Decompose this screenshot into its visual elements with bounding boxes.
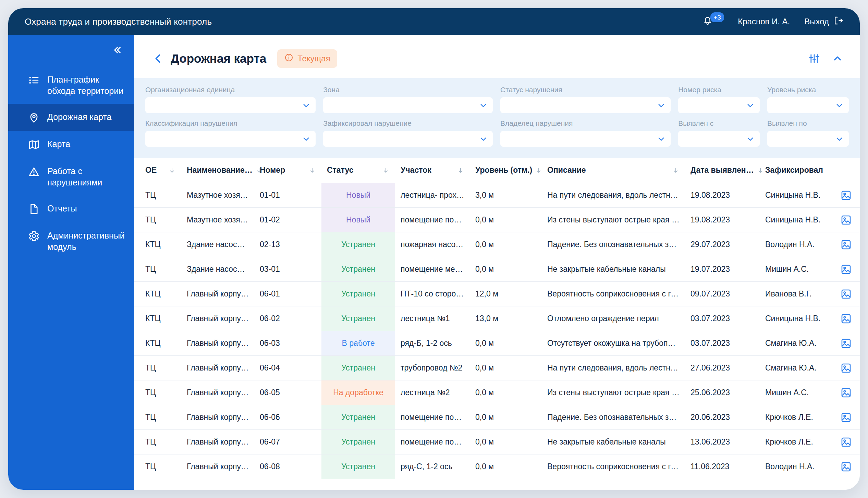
sort-arrow-icon[interactable] bbox=[308, 167, 316, 174]
cell-description: Из стены выступают острые края армат… bbox=[542, 380, 685, 405]
column-header[interactable]: Номер bbox=[254, 158, 321, 183]
sidebar-item-document[interactable]: Отчеты bbox=[8, 195, 134, 222]
photo-icon[interactable] bbox=[840, 412, 852, 423]
column-header[interactable]: Описание bbox=[542, 158, 685, 183]
photo-icon[interactable] bbox=[840, 461, 852, 473]
column-header[interactable]: Дата выявлен… bbox=[685, 158, 760, 183]
cell-number: 06-01 bbox=[254, 282, 321, 306]
sidebar-item-map[interactable]: Карта bbox=[8, 131, 134, 158]
column-header[interactable]: ОЕ bbox=[134, 158, 181, 183]
filter-select[interactable] bbox=[767, 131, 849, 147]
filter-select[interactable] bbox=[323, 131, 493, 147]
table-row[interactable]: ТЦМазутное хозяйст…01-02Новыйпомещение п… bbox=[134, 208, 860, 232]
column-header-label: Описание bbox=[547, 166, 586, 175]
app-title: Охрана труда и производственный контроль bbox=[25, 16, 212, 27]
filter-select[interactable] bbox=[323, 97, 493, 113]
filter-settings-icon[interactable] bbox=[808, 53, 820, 64]
sort-arrow-icon[interactable] bbox=[672, 167, 680, 174]
sort-arrow-icon[interactable] bbox=[535, 167, 542, 174]
sort-arrow-icon[interactable] bbox=[457, 167, 464, 174]
table-row[interactable]: КТЦГлавный корпус, б…06-03В работеряд-Б,… bbox=[134, 331, 860, 356]
photo-icon[interactable] bbox=[840, 264, 852, 275]
cell-area: помещение поноо… bbox=[395, 430, 470, 454]
user-name[interactable]: Краснов И. А. bbox=[738, 17, 790, 26]
logout-button[interactable]: Выход bbox=[804, 15, 843, 28]
table-row[interactable]: КТЦГлавный корпус, б…06-02Устраненлестни… bbox=[134, 306, 860, 331]
collapse-filters-chevron-up-icon[interactable] bbox=[832, 53, 843, 64]
cell-date: 03.07.2023 bbox=[685, 306, 760, 331]
sort-arrow-icon[interactable] bbox=[382, 167, 390, 174]
cell-area: пожарная насосн… bbox=[395, 232, 470, 257]
sort-arrow-icon[interactable] bbox=[757, 167, 764, 174]
status-badge: Устранен bbox=[321, 232, 395, 257]
page-header: Дорожная карта Текущая bbox=[134, 35, 860, 78]
photo-icon[interactable] bbox=[840, 190, 852, 201]
filter-select[interactable] bbox=[145, 131, 316, 147]
cell-area: ряд-Б, 1-2 ось bbox=[395, 331, 470, 356]
column-header[interactable]: Наименование… bbox=[181, 158, 254, 183]
cell-recorded-by: Иванова В.Г. bbox=[760, 282, 832, 306]
filter-select[interactable] bbox=[767, 97, 849, 113]
column-header[interactable]: Уровень (отм.) bbox=[470, 158, 542, 183]
photo-icon[interactable] bbox=[840, 313, 852, 325]
cell-oe: ТЦ bbox=[134, 380, 181, 405]
cell-level: 3,0 м bbox=[470, 183, 542, 208]
photo-icon[interactable] bbox=[840, 214, 852, 226]
filter-select[interactable] bbox=[678, 131, 760, 147]
sidebar-item-warning-triangle[interactable]: Работа с нарушениями bbox=[8, 158, 134, 195]
cell-photo bbox=[832, 257, 860, 282]
sidebar-item-label: Отчеты bbox=[47, 203, 77, 214]
table-row[interactable]: КТЦГлавный корпус, б…06-01УстраненПТ-10 … bbox=[134, 282, 860, 306]
cell-number: 06-02 bbox=[254, 306, 321, 331]
photo-icon[interactable] bbox=[840, 338, 852, 349]
table-row[interactable]: КТЦЗдание насосной…02-13Устраненпожарная… bbox=[134, 232, 860, 257]
filter-select[interactable] bbox=[145, 97, 316, 113]
topbar: Охрана труда и производственный контроль… bbox=[8, 8, 860, 35]
cell-level: 0,0 м bbox=[470, 331, 542, 356]
cell-oe: ТЦ bbox=[134, 183, 181, 208]
cell-level: 0,0 м bbox=[470, 356, 542, 380]
table-row[interactable]: ТЦГлавный корпус, б…06-06Устраненпомещен… bbox=[134, 405, 860, 430]
column-header[interactable]: Участок bbox=[395, 158, 470, 183]
violations-table-wrap: ОЕНаименование…НомерСтатусУчастокУровень… bbox=[134, 158, 860, 490]
photo-icon[interactable] bbox=[840, 288, 852, 300]
filter-select[interactable] bbox=[500, 97, 671, 113]
current-status-label: Текущая bbox=[297, 54, 330, 63]
photo-icon[interactable] bbox=[840, 239, 852, 251]
photo-icon[interactable] bbox=[840, 387, 852, 399]
column-header-label: ОЕ bbox=[145, 166, 157, 175]
column-header-label: Номер bbox=[260, 166, 285, 175]
status-badge: В работе bbox=[321, 331, 395, 356]
sidebar-item-location-pin[interactable]: Дорожная карта bbox=[8, 104, 134, 131]
table-row[interactable]: ТЦГлавный корпус, б…06-05На доработкелес… bbox=[134, 380, 860, 405]
table-row[interactable]: ТЦГлавный корпус, б…06-07Устраненпомещен… bbox=[134, 430, 860, 454]
filter-field: Владелец нарушения bbox=[500, 119, 671, 147]
filter-select[interactable] bbox=[678, 97, 760, 113]
cell-area: помещение поноо… bbox=[395, 405, 470, 430]
table-row[interactable]: ТЦГлавный корпус, б…06-04Устранентрубопр… bbox=[134, 356, 860, 380]
table-row[interactable]: ТЦЗдание насосной…03-01Устраненпомещение… bbox=[134, 257, 860, 282]
chevron-down-icon bbox=[479, 134, 488, 144]
back-button[interactable] bbox=[152, 52, 164, 65]
sidebar-nav: План-график обхода территорииДорожная ка… bbox=[8, 66, 134, 260]
photo-icon[interactable] bbox=[840, 362, 852, 374]
sidebar-item-gear[interactable]: Административный модуль bbox=[8, 222, 134, 260]
cell-photo bbox=[832, 380, 860, 405]
photo-icon[interactable] bbox=[840, 436, 852, 448]
column-header[interactable]: Статус bbox=[321, 158, 395, 183]
cell-level: 0,0 м bbox=[470, 405, 542, 430]
sort-arrow-icon[interactable] bbox=[168, 167, 176, 174]
cell-number: 06-05 bbox=[254, 380, 321, 405]
table-row[interactable]: ТЦГлавный корпус, б…06-08Устраненряд-С, … bbox=[134, 454, 860, 479]
chevron-down-icon bbox=[746, 134, 755, 144]
warning-triangle-icon bbox=[28, 166, 40, 178]
cell-description: Падение. Без опознавательных знаков… bbox=[542, 232, 685, 257]
filter-select[interactable] bbox=[500, 131, 671, 147]
sidebar-collapse-button[interactable] bbox=[100, 35, 134, 60]
main-content: Дорожная карта Текущая Орг bbox=[134, 35, 860, 490]
notifications-button[interactable]: +3 bbox=[702, 15, 723, 28]
column-header[interactable]: Зафиксировал bbox=[760, 158, 832, 183]
cell-level: 0,0 м bbox=[470, 208, 542, 232]
sidebar-item-checklist[interactable]: План-график обхода территории bbox=[8, 66, 134, 104]
table-row[interactable]: ТЦМазутное хозяйст…01-01Новыйлестница- п… bbox=[134, 183, 860, 208]
